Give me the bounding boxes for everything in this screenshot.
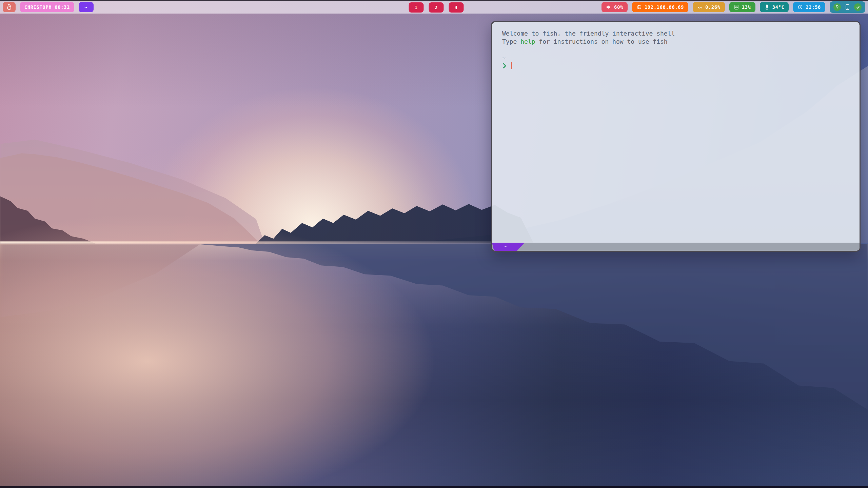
volume-label: 60%: [614, 4, 623, 10]
cpu-badge[interactable]: 0.26%: [693, 2, 725, 12]
wallpaper-bottom-edge: [0, 486, 868, 488]
window-badge-4[interactable]: 4: [449, 2, 463, 13]
workspace-home-label: ~: [84, 4, 87, 10]
globe-icon: [636, 4, 642, 10]
tux-linux-icon: [6, 4, 12, 11]
clock-label: 22:58: [806, 4, 821, 10]
memory-label: 13%: [742, 4, 751, 10]
clock-icon: [797, 4, 803, 10]
terminal-content[interactable]: Welcome to fish, the friendly interactiv…: [492, 22, 860, 243]
status-bar-center: 1 2 4: [409, 1, 463, 14]
status-bar: CHRISTOPH 00:31 ~ 1 2 4 60%: [0, 0, 868, 14]
user-session-badge[interactable]: CHRISTOPH 00:31: [20, 2, 74, 12]
fish-greeting-line1: Welcome to fish, the friendly interactiv…: [502, 29, 849, 38]
status-bar-left: CHRISTOPH 00:31 ~: [3, 2, 94, 12]
network-badge[interactable]: 192.168.86.69: [632, 2, 688, 12]
terminal-cursor: [511, 62, 512, 69]
prompt-chevron-icon: [502, 62, 507, 69]
user-session-label: CHRISTOPH 00:31: [24, 4, 70, 10]
window-badge-4-label: 4: [455, 5, 458, 10]
temperature-label: 34°C: [772, 4, 785, 10]
blank-line: [502, 46, 849, 54]
network-ip-label: 192.168.86.69: [645, 4, 684, 10]
volume-badge[interactable]: 60%: [601, 2, 628, 12]
thermometer-icon: [764, 4, 770, 10]
window-badge-1[interactable]: 1: [409, 2, 423, 13]
system-tray: [830, 1, 865, 13]
memory-badge[interactable]: 13%: [729, 2, 755, 12]
temperature-badge[interactable]: 34°C: [760, 2, 789, 12]
key-icon[interactable]: [833, 3, 841, 11]
prompt-line[interactable]: [502, 62, 849, 69]
window-badge-2[interactable]: 2: [429, 2, 443, 13]
terminal-tab-bar: ~: [492, 243, 860, 251]
memory-icon: [734, 4, 739, 10]
gauge-icon: [697, 4, 703, 10]
clock-badge[interactable]: 22:58: [793, 2, 825, 12]
workspace-badge-home[interactable]: ~: [79, 2, 94, 12]
status-bar-right: 60% 192.168.86.69 0.26%: [601, 1, 865, 13]
terminal-tab-home[interactable]: ~: [492, 243, 525, 251]
cpu-label: 0.26%: [705, 4, 721, 10]
os-badge[interactable]: [3, 2, 16, 12]
phone-icon[interactable]: [845, 4, 850, 10]
terminal-tab-label: ~: [504, 244, 507, 249]
speaker-icon: [606, 4, 611, 10]
terminal-window[interactable]: Welcome to fish, the friendly interactiv…: [491, 21, 861, 252]
check-icon[interactable]: [854, 3, 862, 11]
window-badge-1-label: 1: [415, 5, 418, 10]
window-badge-2-label: 2: [435, 5, 438, 10]
fish-greeting-line2: Type help for instructions on how to use…: [502, 38, 849, 46]
help-keyword: help: [520, 38, 535, 45]
prompt-path: ~: [502, 54, 849, 62]
